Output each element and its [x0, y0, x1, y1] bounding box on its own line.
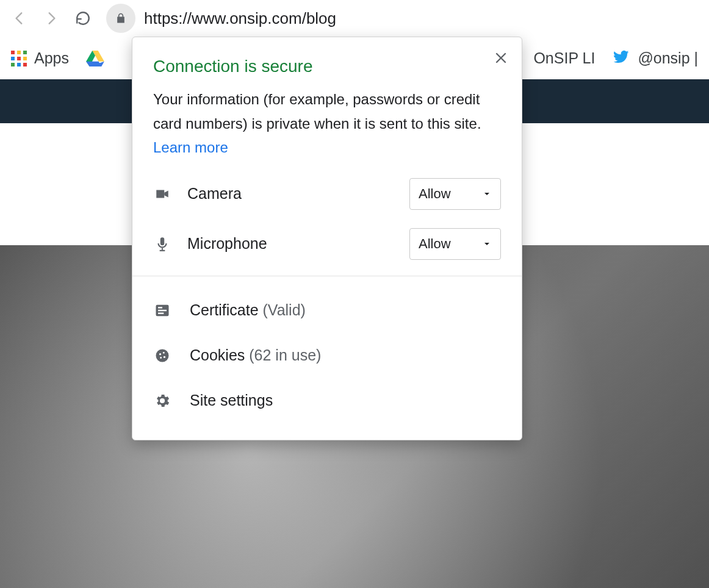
svg-rect-6 — [162, 248, 163, 249]
site-settings-row[interactable]: Site settings — [153, 382, 501, 419]
onsip-li-bookmark[interactable]: OnSIP LI — [533, 49, 595, 67]
camera-label: Camera — [187, 185, 242, 203]
browser-toolbar: https://www.onsip.com/blog — [0, 0, 709, 37]
onsip-handle-label: @onsip | — [638, 49, 698, 67]
connection-description: Your information (for example, passwords… — [153, 87, 501, 160]
svg-point-15 — [164, 356, 165, 357]
svg-rect-10 — [158, 310, 167, 311]
cookies-status: (62 in use) — [249, 346, 321, 364]
google-drive-icon — [86, 51, 104, 66]
connection-secure-title: Connection is secure — [153, 57, 501, 76]
svg-point-12 — [156, 349, 169, 362]
microphone-permission-select[interactable]: Allow — [409, 228, 501, 260]
apps-label: Apps — [34, 49, 69, 67]
certificate-row[interactable]: Certificate (Valid) — [153, 292, 501, 329]
learn-more-link[interactable]: Learn more — [153, 139, 228, 156]
chevron-down-icon — [482, 189, 492, 199]
microphone-icon — [153, 235, 171, 253]
microphone-permission-value: Allow — [419, 236, 451, 252]
reload-button[interactable] — [74, 10, 92, 27]
svg-rect-7 — [160, 250, 165, 251]
connection-description-text: Your information (for example, passwords… — [153, 91, 481, 132]
cookies-label: Cookies — [190, 346, 245, 364]
url-text: https://www.onsip.com/blog — [144, 9, 336, 28]
cookie-icon — [153, 346, 171, 365]
svg-point-14 — [163, 352, 165, 354]
svg-point-16 — [160, 357, 162, 359]
svg-rect-9 — [158, 307, 162, 308]
svg-point-13 — [159, 353, 161, 355]
back-button[interactable] — [11, 10, 28, 27]
lock-icon[interactable] — [106, 4, 135, 33]
camera-permission-select[interactable]: Allow — [409, 178, 501, 210]
gear-icon — [153, 392, 171, 410]
camera-permission-value: Allow — [419, 186, 451, 202]
twitter-bookmark[interactable]: @onsip | — [612, 48, 698, 70]
camera-icon — [153, 185, 171, 203]
certificate-label: Certificate — [190, 301, 259, 318]
address-bar[interactable]: https://www.onsip.com/blog — [106, 4, 336, 33]
certificate-icon — [153, 301, 171, 320]
microphone-label: Microphone — [187, 235, 267, 253]
apps-shortcut[interactable]: Apps — [11, 49, 69, 67]
site-info-popover: Connection is secure Your information (f… — [132, 37, 522, 440]
certificate-status: (Valid) — [263, 301, 306, 318]
apps-grid-icon — [11, 51, 27, 66]
camera-permission-row: Camera Allow — [153, 178, 501, 210]
twitter-icon — [612, 48, 630, 70]
close-icon[interactable] — [494, 51, 508, 65]
cookies-row[interactable]: Cookies (62 in use) — [153, 337, 501, 374]
svg-marker-3 — [86, 61, 101, 66]
svg-rect-11 — [158, 312, 164, 314]
microphone-permission-row: Microphone Allow — [153, 228, 501, 260]
site-settings-label: Site settings — [190, 392, 273, 409]
onsip-li-label: OnSIP LI — [533, 49, 595, 67]
drive-bookmark[interactable] — [86, 51, 104, 66]
forward-button[interactable] — [43, 10, 60, 27]
chevron-down-icon — [482, 239, 492, 249]
